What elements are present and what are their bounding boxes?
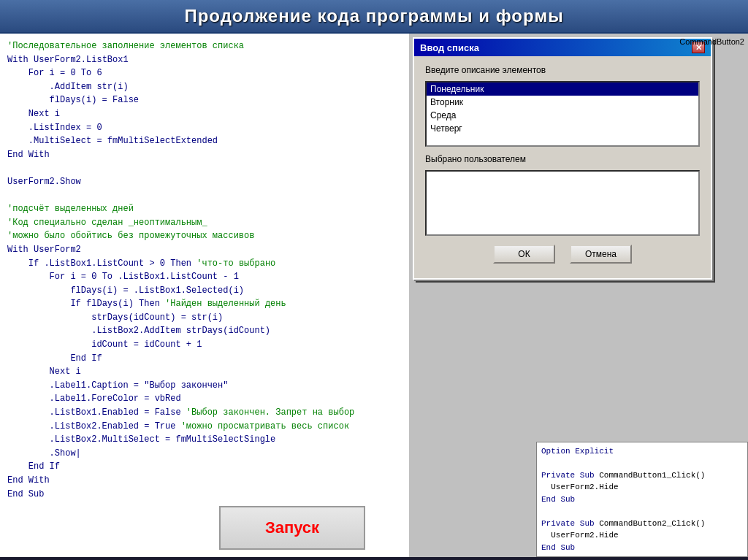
dialog-window: Ввод списка ✕ Введите описание элементов…	[413, 37, 712, 280]
output-box	[425, 170, 700, 236]
dialog-label-top: Введите описание элементов	[425, 65, 700, 75]
launch-text: Запуск	[265, 518, 319, 537]
listbox-item[interactable]: Среда	[427, 109, 698, 122]
cancel-button[interactable]: Отмена	[570, 245, 632, 264]
dialog-title: Ввод списка	[420, 42, 479, 53]
launch-button-area[interactable]: Запуск	[219, 506, 365, 550]
left-code-panel: 'Последовательное заполнение элементов с…	[0, 34, 409, 557]
listbox[interactable]: Понедельник Вторник Среда Четверг	[425, 81, 700, 147]
code-area: 'Последовательное заполнение элементов с…	[0, 34, 409, 507]
command-button-label: CommandButton2	[679, 37, 744, 46]
page-title: Продолжение кода программы и формы	[0, 6, 748, 26]
dialog-titlebar: Ввод списка ✕	[414, 39, 711, 56]
bottom-code-panel: Option Explicit Private Sub CommandButto…	[536, 442, 748, 558]
listbox-item[interactable]: Вторник	[427, 96, 698, 109]
listbox-item[interactable]: Четверг	[427, 122, 698, 135]
ok-button[interactable]: ОК	[493, 245, 555, 264]
dialog-body: Введите описание элементов Понедельник В…	[414, 56, 711, 278]
title-bar: Продолжение кода программы и формы	[0, 0, 748, 34]
dialog-label-bottom: Выбрано пользователем	[425, 154, 700, 164]
right-panel: Ввод списка ✕ Введите описание элементов…	[409, 34, 748, 557]
listbox-item[interactable]: Понедельник	[427, 83, 698, 96]
main-content: 'Последовательное заполнение элементов с…	[0, 34, 748, 557]
dialog-buttons: ОК Отмена	[425, 245, 700, 269]
